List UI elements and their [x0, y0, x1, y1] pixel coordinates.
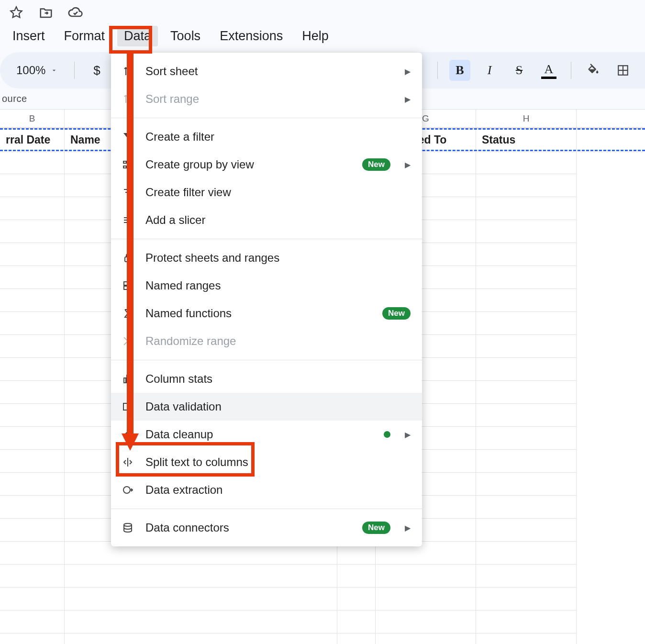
header-status[interactable]: Status	[476, 130, 577, 150]
menuitem-label: Randomize range	[145, 334, 411, 348]
menu-help[interactable]: Help	[295, 26, 335, 46]
grid-cell[interactable]	[476, 220, 577, 243]
grid-cell[interactable]	[476, 151, 577, 174]
grid-cell[interactable]	[65, 633, 337, 644]
menuitem-column-stats[interactable]: Column stats	[111, 365, 422, 393]
grid-cell[interactable]	[476, 473, 577, 496]
grid-cell[interactable]	[337, 565, 376, 588]
menu-format[interactable]: Format	[57, 26, 112, 46]
grid-cell[interactable]	[476, 496, 577, 519]
menuitem-create-a-filter[interactable]: Create a filter	[111, 123, 422, 151]
menuitem-label: Sort sheet	[145, 65, 390, 78]
grid-cell[interactable]	[476, 542, 577, 565]
grid-cell[interactable]	[0, 335, 65, 358]
grid-cell[interactable]	[0, 588, 65, 611]
grid-cell[interactable]	[0, 358, 65, 381]
grid-cell[interactable]	[376, 588, 476, 611]
menu-separator	[111, 509, 422, 509]
grid-cell[interactable]	[476, 565, 577, 588]
star-icon[interactable]	[9, 5, 24, 20]
grid-cell[interactable]	[337, 588, 376, 611]
grid-cell[interactable]	[0, 266, 65, 289]
grid-cell[interactable]	[0, 496, 65, 519]
col-letter-h[interactable]: H	[476, 110, 577, 128]
menuitem-named-ranges[interactable]: Named ranges	[111, 272, 422, 300]
grid-cell[interactable]	[476, 519, 577, 542]
grid-cell[interactable]	[0, 473, 65, 496]
menuitem-data-validation[interactable]: Data validation	[111, 393, 422, 421]
italic-button[interactable]: I	[479, 60, 500, 81]
grid-cell[interactable]	[476, 450, 577, 473]
zoom-dropdown[interactable]: 100%	[11, 64, 63, 77]
menuitem-sort-sheet[interactable]: Sort sheet▶	[111, 57, 422, 85]
grid-cell[interactable]	[0, 312, 65, 335]
grid-cell[interactable]	[476, 404, 577, 427]
fill-color-button[interactable]	[583, 60, 604, 81]
menuitem-data-cleanup[interactable]: Data cleanup▶	[111, 421, 422, 448]
grid-cell[interactable]	[476, 335, 577, 358]
menuitem-label: Create a filter	[145, 130, 411, 144]
menuitem-named-functions[interactable]: Named functionsNew	[111, 300, 422, 327]
move-to-drive-icon[interactable]	[38, 5, 54, 20]
grid-cell[interactable]	[376, 565, 476, 588]
grid-cell[interactable]	[476, 588, 577, 611]
grid-cell[interactable]	[476, 358, 577, 381]
menuitem-data-connectors[interactable]: Data connectorsNew▶	[111, 514, 422, 542]
grid-row	[0, 633, 645, 644]
menuitem-split-text-to-columns[interactable]: Split text to columns	[111, 448, 422, 476]
grid-cell[interactable]	[0, 542, 65, 565]
grid-cell[interactable]	[376, 611, 476, 633]
menu-extensions[interactable]: Extensions	[213, 26, 289, 46]
menuitem-create-filter-view[interactable]: Create filter view	[111, 178, 422, 206]
menuitem-create-group-by-view[interactable]: Create group by viewNew▶	[111, 151, 422, 178]
strikethrough-button[interactable]: S	[509, 60, 530, 81]
menu-insert[interactable]: Insert	[6, 26, 52, 46]
menu-tools[interactable]: Tools	[164, 26, 207, 46]
menuitem-data-extraction[interactable]: Data extraction	[111, 476, 422, 504]
grid-cell[interactable]	[476, 174, 577, 197]
grid-cell[interactable]	[0, 220, 65, 243]
grid-cell[interactable]	[476, 243, 577, 266]
grid-cell[interactable]	[0, 197, 65, 220]
grid-cell[interactable]	[0, 404, 65, 427]
bold-button[interactable]: B	[449, 60, 470, 81]
grid-cell[interactable]	[476, 289, 577, 312]
group-by-icon	[121, 157, 135, 172]
grid-cell[interactable]	[0, 174, 65, 197]
menu-data[interactable]: Data	[117, 26, 158, 46]
grid-cell[interactable]	[0, 519, 65, 542]
grid-cell[interactable]	[337, 611, 376, 633]
grid-cell[interactable]	[476, 427, 577, 450]
grid-cell[interactable]	[0, 289, 65, 312]
grid-cell[interactable]	[0, 243, 65, 266]
grid-cell[interactable]	[0, 633, 65, 644]
grid-cell[interactable]	[337, 633, 376, 644]
menuitem-label: Create group by view	[145, 158, 352, 171]
grid-cell[interactable]	[476, 197, 577, 220]
currency-button[interactable]: $	[86, 60, 107, 81]
grid-cell[interactable]	[65, 565, 337, 588]
text-color-button[interactable]: A	[538, 60, 559, 81]
grid-cell[interactable]	[65, 611, 337, 633]
column-stats-icon	[121, 372, 135, 386]
grid-cell[interactable]	[65, 588, 337, 611]
grid-cell[interactable]	[0, 565, 65, 588]
grid-cell[interactable]	[476, 266, 577, 289]
grid-cell[interactable]	[0, 151, 65, 174]
grid-cell[interactable]	[376, 633, 476, 644]
grid-cell[interactable]	[476, 312, 577, 335]
grid-cell[interactable]	[476, 633, 577, 644]
grid-cell[interactable]	[0, 450, 65, 473]
grid-cell[interactable]	[0, 427, 65, 450]
borders-button[interactable]	[612, 60, 634, 81]
col-letter-b[interactable]: B	[0, 110, 65, 128]
filter-icon	[121, 130, 135, 144]
grid-cell[interactable]	[0, 611, 65, 633]
grid-cell[interactable]	[0, 381, 65, 404]
menuitem-add-a-slicer[interactable]: Add a slicer	[111, 206, 422, 234]
header-referral-date[interactable]: rral Date	[0, 130, 65, 150]
menuitem-protect-sheets-and-ranges[interactable]: Protect sheets and ranges	[111, 244, 422, 272]
grid-cell[interactable]	[476, 611, 577, 633]
grid-cell[interactable]	[476, 381, 577, 404]
cloud-check-icon[interactable]	[68, 5, 83, 20]
